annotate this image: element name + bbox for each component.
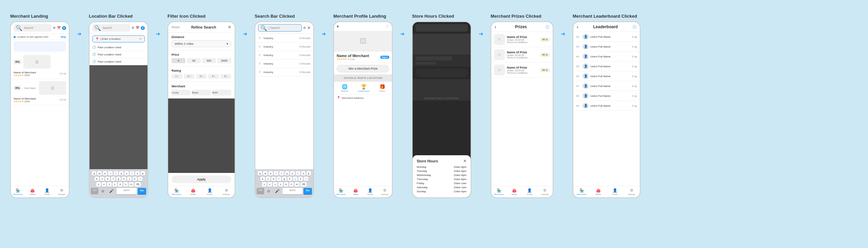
key-emoji[interactable]: ☺ (99, 188, 106, 194)
s-key-emoji[interactable]: ☺ (265, 188, 272, 194)
s-key-u[interactable]: u (290, 171, 295, 176)
price-btn-4[interactable]: $$$$ (217, 58, 231, 63)
filter-icon-1[interactable]: ⚙ (53, 26, 56, 30)
s-key-go[interactable]: Go (303, 188, 312, 194)
nav-profile-filter[interactable]: 👤 Profile (201, 188, 218, 196)
s-key-l[interactable]: l (304, 177, 308, 181)
search-result-4[interactable]: ✕ Industry 0 Results (255, 59, 313, 68)
key-s[interactable]: s (100, 177, 104, 181)
s-key-h[interactable]: h (288, 177, 292, 181)
key-e[interactable]: e (103, 171, 107, 176)
s-key-j[interactable]: j (293, 177, 297, 181)
search-bar-2[interactable]: 🔍 Search (92, 24, 130, 32)
prize-enter-btn-3[interactable]: 🎫 0 (540, 68, 550, 72)
nav-wallet-1[interactable]: 👛 Wallet (25, 188, 40, 196)
nav-profile-profile[interactable]: 👤 Profile (363, 188, 378, 196)
key-l[interactable]: l (138, 177, 142, 181)
s-key-g[interactable]: g (282, 177, 287, 181)
s-key-z[interactable]: z (262, 182, 267, 187)
close-search-btn[interactable]: ✕ (307, 25, 311, 30)
prizes-info-btn[interactable]: ⓘ (546, 24, 549, 30)
s-key-k[interactable]: k (298, 177, 303, 181)
merchant-type-basic[interactable]: Basic (192, 90, 211, 95)
s-key-m[interactable]: m (295, 182, 299, 187)
nav-merchants-filter[interactable]: 🏪 Merchants (168, 188, 185, 196)
calendar-icon-1[interactable]: 📅 (57, 26, 61, 30)
key-space[interactable]: space (117, 188, 137, 194)
s-key-x[interactable]: x (268, 182, 272, 187)
location-input-row[interactable]: 📍 | Enter a location ✕ (92, 35, 145, 42)
filter-icon-2[interactable]: ⚙ (132, 26, 134, 30)
calendar-icon-2[interactable]: 📅 (136, 26, 139, 30)
leaderboard-action[interactable]: 🏆 Leaderboard (358, 84, 370, 92)
s-key-i[interactable]: i (296, 171, 300, 176)
s-key-t[interactable]: t (279, 171, 284, 176)
s-key-mic[interactable]: 🎤 (273, 188, 281, 194)
key-n[interactable]: n (123, 182, 128, 187)
search-result-2[interactable]: ✕ Industry 0 Results (255, 42, 313, 51)
key-p[interactable]: p (141, 171, 145, 176)
key-m[interactable]: m (129, 182, 134, 187)
key-i[interactable]: i (130, 171, 134, 176)
key-f[interactable]: f (111, 177, 115, 181)
past-loc-3[interactable]: 🕐 Past Location Used (90, 58, 147, 65)
rating-btn-3[interactable]: 3☆ (196, 74, 207, 79)
key-u[interactable]: u (124, 171, 129, 176)
s-key-123[interactable]: 123 (257, 188, 264, 194)
s-key-f[interactable]: f (277, 177, 281, 181)
key-q[interactable]: q (92, 171, 96, 176)
leaderboard-info-btn[interactable]: ⓘ (633, 24, 636, 30)
nav-merchants-1[interactable]: 🏪 Merchants (11, 188, 25, 196)
nav-merchants-prizes[interactable]: 🏪 Merchants (491, 188, 507, 196)
prize-enter-btn-2[interactable]: 🎫 0 (540, 53, 550, 57)
favorite-icon[interactable]: ♡ (386, 24, 389, 29)
rating-btn-1[interactable]: 1☆ (172, 74, 182, 79)
search-result-3[interactable]: ✕ Industry 0 Results (255, 51, 313, 59)
key-x[interactable]: x (102, 182, 106, 187)
nav-profile-prizes[interactable]: 👤 Profile (522, 188, 537, 196)
store-hours-close-btn[interactable]: ✕ (463, 159, 467, 163)
map-btn-1[interactable]: Map (61, 35, 66, 38)
nav-settings-profile[interactable]: ⚙ Settings (377, 188, 392, 196)
nav-settings-prizes[interactable]: ⚙ Settings (537, 188, 553, 196)
key-j[interactable]: j (127, 177, 132, 181)
filter-distance-dropdown[interactable]: Within 2 miles ▾ (172, 40, 231, 47)
price-btn-3[interactable]: $$$ (202, 58, 216, 63)
s-key-y[interactable]: y (285, 171, 289, 176)
nav-wallet-filter[interactable]: 👛 Wallet (185, 188, 201, 196)
past-loc-1[interactable]: 🕐 Past Location Used (90, 44, 147, 51)
past-loc-2[interactable]: 🕐 Past Location Used (90, 51, 147, 58)
s-key-w[interactable]: w (263, 171, 268, 176)
s-key-b[interactable]: b (284, 182, 288, 187)
key-backspace[interactable]: ⌫ (135, 182, 141, 187)
key-123[interactable]: 123 (91, 188, 98, 194)
filter-icon-search[interactable]: ⚙ (303, 26, 306, 30)
search-result-5[interactable]: ✕ Industry 0 Results (255, 68, 313, 76)
nav-settings-filter[interactable]: ⚙ Settings (218, 188, 235, 196)
nav-merchants-lb[interactable]: 🏪 Merchants (573, 188, 590, 196)
key-t[interactable]: t (114, 171, 118, 176)
rating-btn-2[interactable]: 2☆ (184, 74, 195, 79)
key-v[interactable]: v (113, 182, 117, 187)
nav-wallet-prizes[interactable]: 👛 Wallet (507, 188, 522, 196)
key-d[interactable]: d (105, 177, 110, 181)
profile-back-icon[interactable]: ▾ (337, 24, 339, 29)
s-key-e[interactable]: e (269, 171, 273, 176)
nav-wallet-lb[interactable]: 👛 Wallet (590, 188, 607, 196)
prizes-back-btn[interactable]: ‹ (495, 24, 496, 30)
key-b[interactable]: b (118, 182, 122, 187)
s-key-n[interactable]: n (289, 182, 294, 187)
reset-btn[interactable]: Reset (172, 25, 180, 29)
key-k[interactable]: k (133, 177, 137, 181)
rating-btn-5[interactable]: 5☆ (220, 74, 231, 79)
filter-close-btn[interactable]: ✕ (228, 25, 231, 30)
merchant-type-both[interactable]: Both (212, 90, 231, 95)
price-btn-2[interactable]: $$ (187, 58, 201, 63)
nav-settings-lb[interactable]: ⚙ Settings (623, 188, 640, 196)
key-o[interactable]: o (135, 171, 140, 176)
location-bar-1[interactable]: Location of user appears here Map (11, 34, 69, 40)
key-g[interactable]: g (116, 177, 121, 181)
rating-btn-4[interactable]: 4☆ (208, 74, 219, 79)
s-key-d[interactable]: d (271, 177, 276, 181)
s-key-s[interactable]: s (266, 177, 270, 181)
